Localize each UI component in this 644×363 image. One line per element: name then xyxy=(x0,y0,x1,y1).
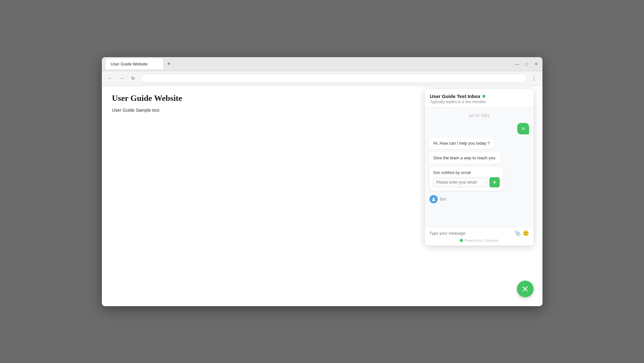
outgoing-message-row: hi xyxy=(429,123,529,134)
incoming-message-bubble-2: Give the team a way to reach you. xyxy=(429,152,501,164)
browser-tab[interactable]: User Guide Website xyxy=(106,58,163,69)
chat-header: User Guide Test Inbox Typically replies … xyxy=(425,89,534,108)
close-button[interactable]: ✕ xyxy=(534,62,539,66)
browser-menu-button[interactable]: ⋮ xyxy=(530,74,539,83)
svg-point-0 xyxy=(433,198,434,199)
chat-widget: User Guide Test Inbox Typically replies … xyxy=(425,89,534,246)
tab-title: User Guide Website xyxy=(111,62,148,66)
address-bar[interactable] xyxy=(140,73,527,83)
bot-avatar-row: Bot xyxy=(429,195,529,203)
email-input-row xyxy=(433,177,500,187)
bot-avatar xyxy=(429,195,438,203)
email-card-row: Get notified by email xyxy=(429,167,529,191)
email-send-button[interactable] xyxy=(489,177,500,187)
outgoing-message-bubble: hi xyxy=(517,123,529,134)
page-content: User Guide Website User Guide Sample tex… xyxy=(102,86,542,306)
email-input[interactable] xyxy=(433,177,488,187)
tab-area: User Guide Website + xyxy=(106,58,512,69)
emoji-icon[interactable]: 🙂 xyxy=(523,230,529,237)
close-icon xyxy=(522,285,529,292)
powered-by: Powered by Chatwoot xyxy=(429,238,529,242)
attachment-icon[interactable]: 📎 xyxy=(514,230,521,237)
minimize-button[interactable]: — xyxy=(515,62,519,66)
incoming-message-bubble-1: Hi..How can I help you today ? xyxy=(429,138,494,149)
bot-avatar-icon xyxy=(431,197,436,201)
chat-reply-time: Typically replies in a few minutes xyxy=(430,100,528,104)
incoming-message-row-2: Give the team a way to reach you. xyxy=(429,152,529,164)
nav-bar: ← → ↻ ⋮ xyxy=(102,71,542,86)
message-input[interactable] xyxy=(429,231,512,236)
title-bar: User Guide Website + — □ ✕ xyxy=(102,57,542,71)
send-icon xyxy=(492,180,497,185)
chat-close-button[interactable] xyxy=(517,281,534,297)
message-input-row: 📎 🙂 xyxy=(429,230,529,237)
chat-footer: 📎 🙂 Powered by Chatwoot xyxy=(425,227,534,246)
reload-button[interactable]: ↻ xyxy=(129,74,138,83)
window-controls: — □ ✕ xyxy=(515,62,539,66)
chat-inbox-name: User Guide Test Inbox xyxy=(430,94,528,99)
email-card: Get notified by email xyxy=(429,167,504,191)
new-tab-button[interactable]: + xyxy=(164,59,173,68)
chat-messages: Jul 19, 2021 hi Hi..How can I help you t… xyxy=(425,108,534,227)
incoming-message-row-1: Hi..How can I help you today ? xyxy=(429,138,529,149)
bot-label: Bot xyxy=(440,197,446,201)
online-indicator xyxy=(482,95,485,98)
forward-button[interactable]: → xyxy=(117,74,126,83)
chat-header-text: User Guide Test Inbox Typically replies … xyxy=(430,94,528,104)
date-divider: Jul 19, 2021 xyxy=(429,113,529,118)
browser-window: User Guide Website + — □ ✕ ← → ↻ xyxy=(102,57,542,306)
chatwoot-logo xyxy=(460,239,463,242)
back-button[interactable]: ← xyxy=(106,74,115,83)
maximize-button[interactable]: □ xyxy=(525,62,529,66)
footer-icons: 📎 🙂 xyxy=(514,230,529,237)
email-card-label: Get notified by email xyxy=(433,170,500,175)
